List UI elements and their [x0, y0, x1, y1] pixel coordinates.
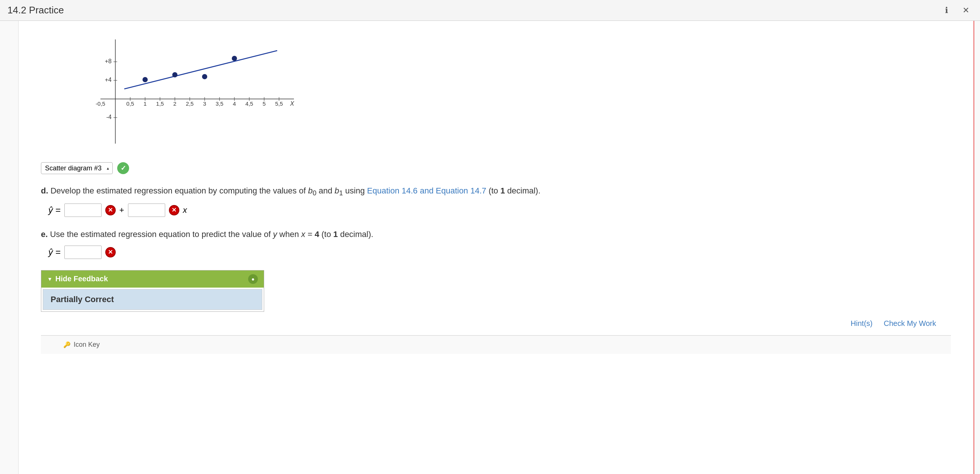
feedback-body: Partially Correct	[43, 289, 262, 310]
svg-text:1,5: 1,5	[156, 100, 164, 107]
diagram-select[interactable]: Scatter diagram #1 Scatter diagram #2 Sc…	[41, 162, 113, 174]
svg-text:4,5: 4,5	[245, 100, 253, 107]
diagram-controls: Scatter diagram #1 Scatter diagram #2 Sc…	[41, 162, 951, 174]
y-prediction-error-icon[interactable]: ✕	[105, 247, 116, 258]
svg-text:0,5: 0,5	[127, 100, 134, 107]
icon-key-label: Icon Key	[74, 341, 100, 348]
svg-text:5,5: 5,5	[275, 100, 283, 107]
b0-error-icon[interactable]: ✕	[105, 205, 116, 215]
question-e-letter: e.	[41, 229, 48, 239]
question-e-section: e. Use the estimated regression equation…	[41, 228, 951, 259]
svg-line-32	[124, 51, 277, 89]
svg-text:X: X	[290, 100, 295, 107]
correct-indicator: ✓	[117, 162, 129, 174]
x-label: x	[183, 205, 187, 215]
equation-d-row: ŷ = ✕ + ✕ x	[48, 204, 951, 217]
svg-text:-0,5: -0,5	[95, 100, 105, 107]
diagram-select-wrapper[interactable]: Scatter diagram #1 Scatter diagram #2 Sc…	[41, 162, 113, 174]
content-area: +8 +4 -4 -0,5 0,5 1 1,5	[0, 21, 980, 474]
y-prediction-input[interactable]	[64, 245, 102, 259]
window-title: 14.2 Practice	[8, 5, 64, 16]
main-window: 14.2 Practice ℹ ✕ +8 +4	[0, 0, 980, 474]
svg-text:1: 1	[144, 100, 146, 107]
x-equals: x	[301, 229, 305, 239]
svg-text:+8: +8	[105, 58, 111, 64]
feedback-header-left: ▼ Hide Feedback	[47, 275, 108, 283]
main-content: +8 +4 -4 -0,5 0,5 1 1,5	[19, 21, 973, 474]
feedback-status: Partially Correct	[43, 289, 262, 310]
svg-point-34	[172, 72, 177, 77]
svg-text:3: 3	[203, 100, 206, 107]
b1-error-icon[interactable]: ✕	[169, 205, 179, 215]
svg-text:5: 5	[262, 100, 266, 107]
scatter-chart: +8 +4 -4 -0,5 0,5 1 1,5	[71, 32, 301, 151]
question-e-label: e. Use the estimated regression equation…	[41, 228, 951, 240]
svg-text:-4: -4	[107, 114, 111, 120]
x-val: 4	[315, 229, 319, 239]
feedback-header[interactable]: ▼ Hide Feedback ●	[41, 270, 264, 288]
triangle-icon: ▼	[47, 276, 52, 282]
left-sidebar	[0, 21, 19, 474]
y-var: y	[273, 229, 277, 239]
svg-point-35	[202, 74, 207, 79]
b1-input[interactable]	[128, 204, 165, 217]
hints-link[interactable]: Hint(s)	[851, 319, 872, 328]
check-my-work-link[interactable]: Check My Work	[884, 319, 936, 328]
key-icon: 🔑	[63, 341, 71, 348]
svg-text:3,5: 3,5	[216, 100, 224, 107]
yhat-label-e: ŷ =	[48, 247, 60, 258]
close-button[interactable]: ✕	[959, 4, 972, 17]
svg-point-33	[143, 77, 148, 82]
info-button[interactable]: ℹ	[940, 4, 953, 17]
question-d-letter: d.	[41, 186, 48, 195]
bottom-bar: Hint(s) Check My Work	[41, 312, 951, 335]
svg-text:+4: +4	[105, 76, 111, 83]
svg-text:2,5: 2,5	[186, 100, 194, 107]
feedback-section: ▼ Hide Feedback ● Partially Correct	[41, 270, 264, 312]
b1-subscript: 1	[339, 189, 343, 197]
icon-key-bar: 🔑 Icon Key	[41, 335, 951, 354]
title-bar-controls: ℹ ✕	[940, 4, 972, 17]
svg-point-36	[232, 56, 237, 61]
b0-subscript: 0	[313, 189, 316, 197]
svg-text:4: 4	[233, 100, 236, 107]
equation-e-row: ŷ = ✕	[48, 245, 951, 259]
question-d-section: d. Develop the estimated regression equa…	[41, 185, 951, 217]
feedback-collapse-icon[interactable]: ●	[248, 274, 258, 284]
plus-sign: +	[119, 205, 124, 215]
question-d-label: d. Develop the estimated regression equa…	[41, 185, 951, 198]
svg-text:2: 2	[173, 100, 177, 107]
b1-label: b	[334, 186, 339, 195]
b0-input[interactable]	[64, 204, 102, 217]
b0-label: b	[308, 186, 313, 195]
equation-link[interactable]: Equation 14.6 and Equation 14.7	[367, 186, 487, 195]
right-sidebar	[973, 21, 980, 474]
yhat-label-d: ŷ =	[48, 205, 60, 215]
title-bar: 14.2 Practice ℹ ✕	[0, 0, 980, 21]
feedback-header-label: Hide Feedback	[56, 275, 108, 283]
chart-container: +8 +4 -4 -0,5 0,5 1 1,5	[71, 32, 951, 151]
